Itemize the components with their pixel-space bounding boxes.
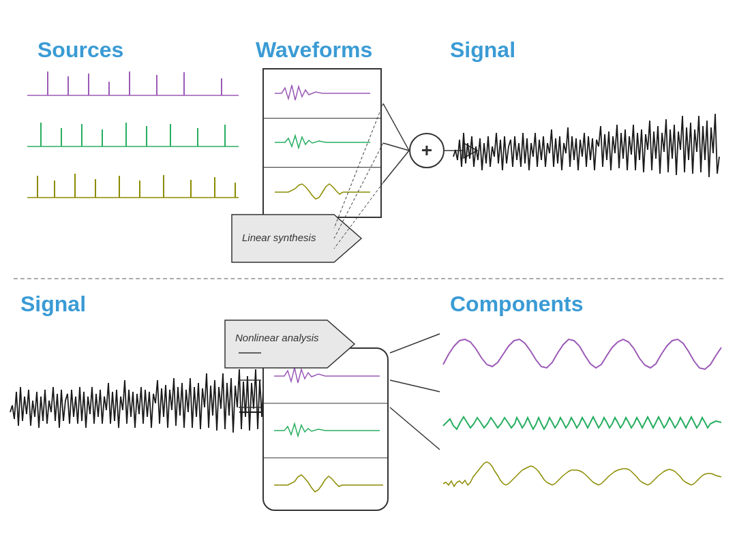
- signal-top-area: [453, 78, 712, 225]
- signal-bottom-area: [10, 334, 239, 491]
- nonlinear-analysis-label: Nonlinear analysis: [235, 332, 319, 343]
- waveforms-bottom-svg: [264, 349, 389, 511]
- waveform-purple-svg: [268, 73, 377, 114]
- plus-symbol: +: [409, 133, 445, 168]
- signal-bottom-svg: [10, 334, 242, 491]
- waveforms-title: Waveforms: [256, 37, 372, 63]
- signal-bottom-title: Signal: [20, 292, 86, 317]
- sources-title: Sources: [37, 37, 123, 63]
- signal-top-title: Signal: [450, 37, 515, 63]
- waveforms-box-top: [262, 68, 382, 218]
- waveforms-box-bottom: [262, 347, 389, 511]
- svg-line-32: [383, 151, 409, 183]
- waveform-cell-purple: [264, 69, 380, 119]
- waveform-green-svg: [268, 122, 377, 163]
- components-area: [443, 327, 723, 511]
- sources-svg: [27, 68, 239, 218]
- waveform-cell-green: [264, 119, 380, 168]
- diagram: Sources Waveforms Signal: [0, 0, 737, 560]
- components-svg: [443, 327, 726, 521]
- section-divider: [14, 278, 723, 279]
- svg-line-31: [383, 143, 409, 151]
- signal-top-svg: [453, 78, 719, 235]
- components-title: Components: [450, 292, 584, 317]
- svg-line-44: [390, 407, 440, 450]
- svg-line-43: [390, 380, 440, 392]
- svg-line-42: [390, 334, 440, 353]
- sources-spike-trains: [27, 68, 239, 218]
- svg-line-30: [383, 104, 409, 151]
- waveform-cell-olive: [264, 168, 380, 217]
- waveform-olive-svg: [268, 172, 377, 213]
- linear-synthesis-label: Linear synthesis: [242, 232, 316, 243]
